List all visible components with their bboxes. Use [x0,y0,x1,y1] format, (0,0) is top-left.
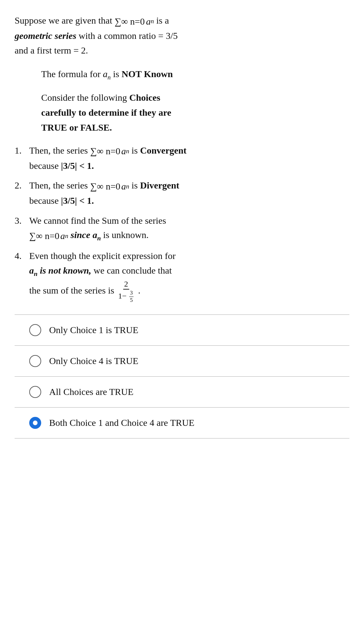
sub2-line2: carefully to determine if they are [41,105,349,120]
radio-options: Only Choice 1 is TRUE Only Choice 4 is T… [15,314,349,438]
radio-option-4[interactable]: Both Choice 1 and Choice 4 are TRUE [15,408,349,438]
radio-label-3: All Choices are TRUE [49,387,335,397]
list-content-1: Then, the series ∑ ∞ n=0 an is Convergen… [29,143,349,173]
list-item-1: 1. Then, the series ∑ ∞ n=0 an is Conver… [15,143,349,173]
sub2-line1: Consider the following Choices [41,90,349,105]
list-item-3: 3. We cannot find the Sum of the series … [15,213,349,243]
intro-sigma: ∑ ∞ n=0 an [115,14,154,29]
radio-circle-3[interactable] [29,386,41,398]
list-num-4: 4. [15,249,29,263]
intro-text-3: with a common ratio = 3/5 [79,31,178,41]
list-num-1: 1. [15,143,29,158]
list-content-2: Then, the series ∑ ∞ n=0 an is Divergent… [29,178,349,208]
list2-sigma: ∑ ∞ n=0 an [90,179,130,193]
intro-text-2: is a [156,15,169,26]
radio-option-2[interactable]: Only Choice 4 is TRUE [15,346,349,377]
sub1-text2: is NOT Known [113,69,173,79]
list1-sigma: ∑ ∞ n=0 an [90,144,130,158]
numbered-list: 1. Then, the series ∑ ∞ n=0 an is Conver… [15,143,349,304]
radio-option-1[interactable]: Only Choice 1 is TRUE [15,314,349,346]
radio-circle-1[interactable] [29,324,41,336]
list-content-3: We cannot find the Sum of the series ∑ ∞… [29,213,349,243]
radio-label-2: Only Choice 4 is TRUE [49,356,335,366]
list-num-2: 2. [15,178,29,192]
list4-fraction: 2 1− 3 5 [117,279,135,304]
list-num-3: 3. [15,213,29,228]
list-content-4: Even though the explicit expression for … [29,249,349,304]
intro-paragraph: Suppose we are given that ∑ ∞ n=0 an is … [15,13,349,58]
intro-geometric-series: geometric series [15,31,76,41]
sub1-text1: The formula for [41,69,103,79]
sub-section-2: Consider the following Choices carefully… [41,90,349,135]
radio-label-4: Both Choice 1 and Choice 4 are TRUE [49,418,335,428]
sub1-an: an [103,69,111,79]
list3-sigma: ∑ ∞ n=0 an [29,229,68,243]
list-item-2: 2. Then, the series ∑ ∞ n=0 an is Diverg… [15,178,349,208]
radio-circle-2[interactable] [29,355,41,367]
sub2-line3: TRUE or FALSE. [41,120,349,135]
list-item-4: 4. Even though the explicit expression f… [15,249,349,304]
radio-circle-4[interactable] [29,417,41,429]
sub-section-1: The formula for an is NOT Known [41,67,349,82]
intro-text-1: Suppose we are given that [15,15,115,26]
radio-option-3[interactable]: All Choices are TRUE [15,377,349,408]
intro-text-4: and a first term = 2. [15,45,88,56]
sub2-text1: Consider the following Choices [41,92,160,103]
sub1-line: The formula for an is NOT Known [41,67,349,82]
radio-label-1: Only Choice 1 is TRUE [49,325,335,335]
